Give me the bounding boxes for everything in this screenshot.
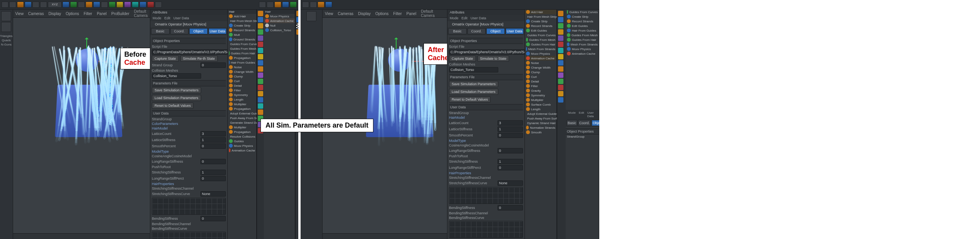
collision-mesh-field[interactable]: Collision_Torso (152, 73, 201, 79)
palette-icon[interactable] (258, 60, 263, 66)
collision-mesh-field[interactable]: Collision_Torso (449, 67, 498, 72)
field-input[interactable]: 0 (498, 133, 523, 138)
layer-item[interactable]: Guides From Curves (527, 34, 556, 37)
capture-state-button[interactable]: Capture State (449, 56, 476, 62)
tree-item[interactable]: Symmetry (234, 93, 248, 97)
curve-editor[interactable] (152, 232, 226, 239)
attr-menu-mode[interactable]: Mode (153, 16, 161, 20)
palette-icon[interactable] (558, 29, 563, 35)
tool-icon[interactable] (25, 2, 32, 8)
tool-icon[interactable] (140, 2, 146, 8)
palette-icon[interactable] (258, 48, 263, 53)
layout-icon[interactable] (290, 2, 297, 8)
tool-icon[interactable] (302, 2, 309, 8)
tree-item[interactable]: Guides (234, 140, 244, 143)
script-file-input[interactable]: C:/ProgramData/Ephere/Ornatrix/V2.0/Pyth… (152, 49, 227, 55)
field-select[interactable]: None (200, 191, 226, 197)
tree-item[interactable]: Curl (234, 79, 240, 83)
palette-icon[interactable] (258, 97, 263, 103)
vp-menu-filter[interactable]: Filter (393, 12, 402, 16)
layer-item[interactable]: Dynamic Strand Hair (527, 121, 556, 125)
field-input[interactable]: 0 (200, 143, 226, 149)
tool-icon[interactable] (86, 2, 92, 8)
tree-item[interactable]: Resolve Collisions (230, 135, 255, 138)
tree-item[interactable]: Guides From Curves (230, 42, 259, 46)
selection-tool[interactable] (306, 11, 316, 21)
tree-item[interactable]: Create Strip (234, 24, 250, 27)
tab-userdata[interactable]: User Data (208, 28, 227, 34)
vp-menu-options[interactable]: Options (66, 12, 79, 16)
reset-params-button[interactable]: Reset to Default Values (152, 103, 193, 109)
simulate-button[interactable]: Simulate Re-th State (180, 56, 218, 62)
attr-menu-edit[interactable]: Edit (462, 16, 468, 20)
palette-icon[interactable] (258, 85, 263, 90)
attr-menu-userdata[interactable]: User Data (587, 111, 597, 118)
palette-icon[interactable] (558, 11, 563, 16)
layer-item[interactable]: Change Width (531, 66, 551, 69)
curve-editor[interactable] (449, 187, 523, 204)
attr-menu-mode[interactable]: Mode (568, 111, 576, 118)
scene-item[interactable]: Hair (265, 10, 271, 13)
vp-menu-panel[interactable]: Panel (97, 12, 107, 16)
tree-item[interactable]: Moov Physics (234, 144, 253, 148)
palette-icon[interactable] (258, 79, 263, 84)
scene-item[interactable]: Record Strands (572, 20, 593, 23)
tree-item[interactable]: Guides From Mesh (230, 47, 256, 50)
scene-item[interactable]: Guides From Hair (572, 38, 596, 42)
tool-icon[interactable] (40, 2, 47, 8)
palette-icon[interactable] (258, 91, 263, 96)
scene-item[interactable]: Animation Cache (572, 52, 595, 56)
scene-item[interactable]: Guides From Curves (569, 10, 598, 14)
tree-item[interactable]: Filter (234, 89, 241, 92)
tree-item[interactable]: Record Strands (234, 29, 255, 32)
selection-tool[interactable] (1, 11, 11, 21)
move-tool[interactable] (1, 22, 11, 32)
simulate-button[interactable]: Simulate to State (477, 56, 509, 62)
tree-item[interactable]: Ground Strands (234, 38, 255, 41)
field-input[interactable]: 1 (200, 137, 226, 143)
palette-icon[interactable] (558, 91, 563, 96)
palette-icon[interactable] (296, 29, 298, 35)
palette-icon[interactable] (258, 72, 263, 78)
palette-icon[interactable] (296, 11, 298, 16)
field-input[interactable]: 0 (200, 159, 226, 164)
reset-params-button[interactable]: Reset to Default Values (449, 96, 491, 103)
layout-icon[interactable] (267, 2, 274, 8)
tool-icon[interactable] (155, 2, 162, 8)
tree-item[interactable]: Clump (234, 75, 243, 78)
tool-icon[interactable] (116, 2, 123, 8)
scene-item[interactable]: Guides From Mesh (572, 34, 598, 37)
tool-icon[interactable] (325, 2, 332, 8)
palette-icon[interactable] (558, 72, 563, 78)
field-input[interactable]: 3 (498, 120, 523, 126)
tool-icon[interactable] (310, 2, 317, 8)
vp-menu-cameras[interactable]: Cameras (28, 12, 44, 16)
layer-item[interactable]: Add Hair (531, 10, 543, 14)
tab-basic[interactable]: Basic (448, 28, 467, 34)
tool-icon[interactable] (78, 2, 85, 8)
tree-item[interactable]: Noise (234, 66, 242, 69)
tree-item[interactable]: Hair From Mesh Strips (230, 19, 261, 23)
field-input[interactable]: 1 (200, 170, 226, 175)
layout-icon[interactable] (259, 2, 266, 8)
tab-object[interactable]: Object (486, 28, 505, 34)
attr-menu-userdata[interactable]: User Data (471, 16, 486, 20)
palette-icon[interactable] (558, 85, 563, 90)
palette-icon[interactable] (558, 66, 563, 72)
palette-icon[interactable] (258, 54, 263, 59)
layer-item[interactable]: Length (531, 108, 540, 111)
field-input[interactable]: 0 (200, 216, 226, 221)
vp-menu-display[interactable]: Display (49, 12, 61, 16)
tree-item[interactable]: Multiplier (234, 126, 246, 129)
palette-icon[interactable] (258, 66, 263, 72)
tool-icon[interactable] (109, 2, 116, 8)
layer-item[interactable]: Symmetry (531, 94, 545, 97)
tree-item[interactable]: Detail (234, 84, 242, 88)
palette-icon[interactable] (558, 79, 563, 84)
layer-item[interactable]: Detail (531, 80, 539, 83)
vp-menu-display[interactable]: Display (358, 12, 371, 16)
layer-item[interactable]: Guides From Mesh (529, 38, 555, 42)
scene-item[interactable]: Edit Guides (572, 24, 588, 28)
layer-item[interactable]: Record Strands (531, 24, 553, 28)
vp-menu-options[interactable]: Options (375, 12, 388, 16)
